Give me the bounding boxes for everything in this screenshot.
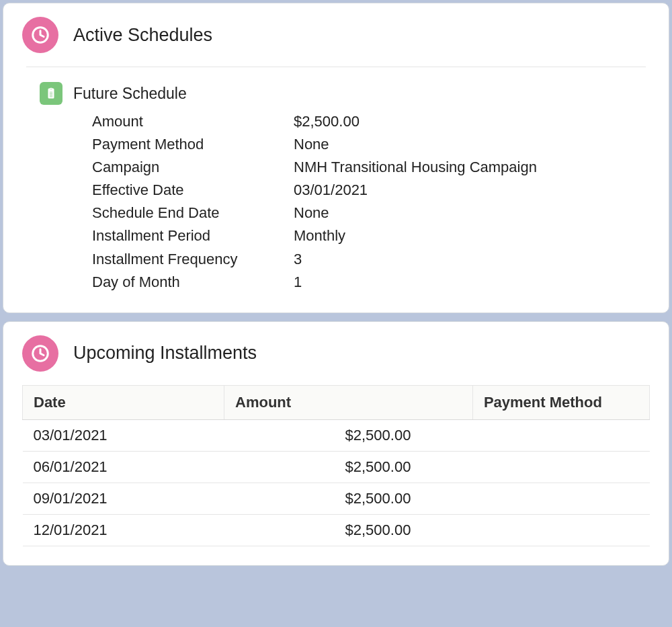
detail-value: Monthly bbox=[294, 224, 345, 247]
cell-method bbox=[472, 514, 649, 546]
detail-value: None bbox=[294, 133, 329, 156]
detail-value: $2,500.00 bbox=[294, 110, 360, 133]
detail-row: Installment Frequency 3 bbox=[92, 248, 650, 271]
upcoming-installments-card: Upcoming Installments Date Amount Paymen… bbox=[3, 321, 669, 566]
card-title: Upcoming Installments bbox=[73, 343, 257, 364]
cell-date: 12/01/2021 bbox=[23, 514, 224, 546]
card-header: Active Schedules bbox=[22, 17, 650, 53]
column-header-date: Date bbox=[23, 385, 224, 419]
divider bbox=[26, 67, 646, 67]
detail-row: Payment Method None bbox=[92, 133, 650, 156]
cell-amount: $2,500.00 bbox=[224, 483, 473, 514]
cell-method bbox=[472, 483, 649, 514]
cell-date: 03/01/2021 bbox=[23, 419, 224, 451]
detail-row: Installment Period Monthly bbox=[92, 224, 650, 247]
schedule-details: Amount $2,500.00 Payment Method None Cam… bbox=[40, 110, 650, 294]
active-schedules-card: Active Schedules Future Schedule Amount … bbox=[3, 3, 669, 313]
clock-icon bbox=[22, 17, 58, 53]
cell-date: 09/01/2021 bbox=[23, 483, 224, 514]
clock-icon bbox=[22, 335, 58, 372]
table-row: 06/01/2021 $2,500.00 bbox=[23, 451, 650, 483]
cell-amount: $2,500.00 bbox=[224, 419, 473, 451]
table-row: 12/01/2021 $2,500.00 bbox=[23, 514, 650, 546]
card-title: Active Schedules bbox=[73, 25, 212, 46]
detail-row: Schedule End Date None bbox=[92, 202, 650, 224]
schedule-block: Future Schedule Amount $2,500.00 Payment… bbox=[22, 82, 650, 294]
detail-row: Effective Date 03/01/2021 bbox=[92, 179, 650, 202]
clipboard-icon bbox=[40, 82, 62, 105]
cell-method bbox=[472, 451, 649, 483]
cell-date: 06/01/2021 bbox=[23, 451, 224, 483]
cell-method bbox=[472, 419, 649, 451]
detail-label: Amount bbox=[92, 110, 294, 133]
detail-value: None bbox=[294, 202, 329, 224]
card-header: Upcoming Installments bbox=[22, 335, 650, 372]
detail-label: Day of Month bbox=[92, 271, 294, 294]
table-header-row: Date Amount Payment Method bbox=[23, 385, 650, 419]
detail-value: NMH Transitional Housing Campaign bbox=[294, 156, 537, 179]
column-header-method: Payment Method bbox=[472, 385, 649, 419]
table-row: 03/01/2021 $2,500.00 bbox=[23, 419, 650, 451]
schedule-head: Future Schedule bbox=[40, 82, 650, 105]
cell-amount: $2,500.00 bbox=[224, 451, 473, 483]
detail-label: Payment Method bbox=[92, 133, 294, 156]
detail-label: Effective Date bbox=[92, 179, 294, 202]
detail-value: 3 bbox=[294, 248, 302, 271]
installments-table: Date Amount Payment Method 03/01/2021 $2… bbox=[22, 385, 650, 546]
detail-row: Campaign NMH Transitional Housing Campai… bbox=[92, 156, 650, 179]
detail-label: Installment Period bbox=[92, 224, 294, 247]
column-header-amount: Amount bbox=[224, 385, 473, 419]
cell-amount: $2,500.00 bbox=[224, 514, 473, 546]
detail-value: 1 bbox=[294, 271, 302, 294]
detail-label: Schedule End Date bbox=[92, 202, 294, 224]
detail-row: Day of Month 1 bbox=[92, 271, 650, 294]
table-row: 09/01/2021 $2,500.00 bbox=[23, 483, 650, 514]
detail-row: Amount $2,500.00 bbox=[92, 110, 650, 133]
schedule-title: Future Schedule bbox=[73, 85, 187, 103]
detail-label: Installment Frequency bbox=[92, 248, 294, 271]
detail-value: 03/01/2021 bbox=[294, 179, 368, 202]
detail-label: Campaign bbox=[92, 156, 294, 179]
